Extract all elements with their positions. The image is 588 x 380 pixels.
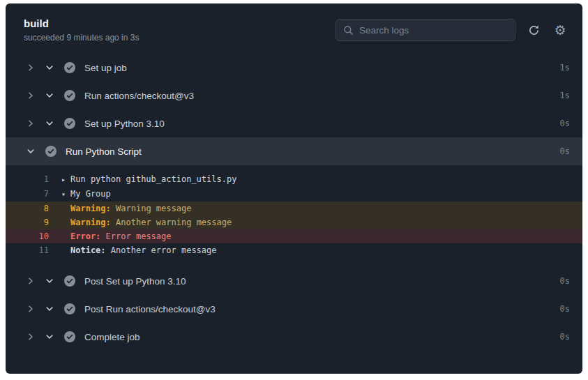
log-line-content: Warning: Another warning message	[49, 215, 232, 229]
chevron-down-icon	[45, 63, 55, 72]
job-header-controls: ⚙	[336, 19, 568, 41]
check-circle-icon	[64, 275, 75, 287]
log-group-toggle-icon[interactable]: ▸	[61, 173, 70, 187]
step-label: Run actions/checkout@v3	[84, 91, 551, 101]
log-lines: 1 ▸Run python github_action_utils.py 7 ▾…	[6, 165, 582, 267]
log-annotation-label: Warning:	[70, 204, 116, 213]
log-annotation-label: Warning:	[70, 218, 116, 227]
chevron-down-icon	[45, 277, 55, 285]
log-text: Warning message	[116, 204, 191, 213]
log-line-number[interactable]: 10	[6, 229, 49, 243]
log-line-number[interactable]: 7	[6, 187, 49, 202]
check-circle-icon	[64, 90, 75, 101]
step-label: Set up job	[84, 63, 551, 73]
chevron-down-icon	[45, 91, 55, 100]
chevron-right-icon	[27, 91, 36, 100]
log-line[interactable]: 8 Warning: Warning message	[6, 202, 582, 215]
step-row[interactable]: Post Run actions/checkout@v3 0s	[6, 295, 582, 323]
log-line[interactable]: 7 ▾My Group	[6, 187, 582, 202]
search-input[interactable]	[359, 25, 508, 36]
refresh-icon	[528, 24, 540, 36]
search-icon	[343, 25, 354, 36]
check-circle-icon	[64, 331, 75, 342]
step-row[interactable]: Set up job 1s	[6, 54, 582, 82]
check-circle-icon	[64, 118, 75, 129]
log-line-content: ▸Run python github_action_utils.py	[49, 172, 236, 187]
step-row[interactable]: Run actions/checkout@v3 1s	[6, 82, 582, 109]
chevron-right-icon	[27, 119, 36, 128]
step-row[interactable]: Set up Python 3.10 0s	[6, 109, 582, 137]
check-circle-icon	[64, 303, 75, 314]
step-row[interactable]: Complete job 0s	[6, 323, 582, 351]
settings-button[interactable]: ⚙	[552, 22, 568, 38]
job-status-subtitle: succeeded 9 minutes ago in 3s	[24, 33, 139, 43]
log-line[interactable]: 9 Warning: Another warning message	[6, 215, 582, 229]
chevron-right-icon	[27, 277, 36, 285]
log-group-toggle-icon[interactable]: ▾	[61, 188, 70, 202]
log-line[interactable]: 11 Notice: Another error message	[6, 243, 582, 257]
log-line-number[interactable]: 1	[6, 172, 49, 187]
log-text: Run python github_action_utils.py	[70, 174, 236, 184]
step-duration: 0s	[560, 146, 570, 156]
log-line-content: ▾My Group	[49, 187, 111, 202]
log-annotation-label: Error:	[70, 231, 106, 241]
job-header: build succeeded 9 minutes ago in 3s	[6, 3, 582, 50]
log-line-content: Warning: Warning message	[49, 202, 191, 215]
chevron-right-icon	[27, 305, 36, 313]
steps-list: Set up job 1s Run actions/checkout@v3 1s	[6, 50, 582, 351]
search-box[interactable]	[336, 19, 515, 41]
step-row[interactable]: Run Python Script 0s	[6, 137, 582, 165]
log-text: Another warning message	[116, 218, 232, 227]
step-duration: 1s	[560, 91, 570, 100]
log-text: My Group	[70, 189, 111, 199]
step-label: Run Python Script	[66, 146, 551, 157]
step-duration: 0s	[560, 276, 570, 286]
job-header-left: build succeeded 9 minutes ago in 3s	[24, 17, 139, 43]
chevron-down-icon	[45, 305, 55, 313]
chevron-right-icon	[27, 63, 36, 72]
log-annotation-label: Notice:	[70, 245, 111, 255]
step-label: Set up Python 3.10	[84, 119, 551, 129]
chevron-down-icon	[27, 147, 36, 155]
step-duration: 1s	[560, 63, 570, 73]
log-text: Error message	[106, 231, 172, 241]
log-line-number[interactable]: 11	[6, 243, 49, 257]
chevron-right-icon	[27, 333, 36, 341]
gear-icon: ⚙	[554, 24, 566, 37]
step-label: Complete job	[84, 332, 551, 342]
log-line-number[interactable]: 9	[6, 215, 49, 229]
chevron-down-icon	[45, 333, 55, 341]
refresh-button[interactable]	[525, 22, 542, 38]
step-label: Post Run actions/checkout@v3	[84, 304, 551, 314]
step-row[interactable]: Post Set up Python 3.10 0s	[6, 267, 582, 295]
log-line[interactable]: 10 Error: Error message	[6, 229, 582, 243]
workflow-log-panel: build succeeded 9 minutes ago in 3s	[6, 3, 582, 374]
log-text: Another error message	[111, 245, 217, 255]
job-title: build	[24, 17, 139, 29]
log-line-content: Error: Error message	[49, 229, 172, 243]
log-line-content: Notice: Another error message	[49, 243, 217, 257]
step-duration: 0s	[560, 119, 570, 128]
step-duration: 0s	[560, 332, 570, 342]
step-duration: 0s	[560, 304, 570, 314]
chevron-down-icon	[45, 119, 55, 128]
step-label: Post Set up Python 3.10	[84, 276, 551, 287]
check-circle-icon	[64, 62, 75, 73]
check-circle-icon	[45, 146, 56, 157]
log-line-number[interactable]: 8	[6, 202, 49, 215]
log-line[interactable]: 1 ▸Run python github_action_utils.py	[6, 172, 582, 187]
